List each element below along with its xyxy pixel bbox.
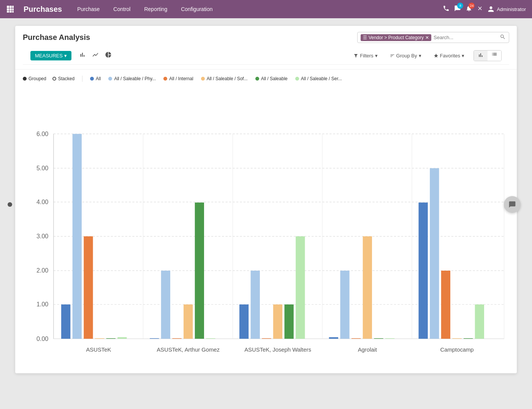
user-menu[interactable]: Administrator: [488, 6, 526, 13]
legend-all: All: [90, 76, 101, 81]
svg-text:4.00: 4.00: [36, 198, 48, 205]
legend-divider: [82, 76, 82, 82]
bar-chart: 0.00 1.00 2.00 3.00 4.00 5.00 6.00: [23, 88, 509, 365]
bar[interactable]: [273, 304, 282, 339]
search-filter-close[interactable]: ✕: [425, 35, 429, 40]
bar[interactable]: [161, 271, 170, 339]
measures-button[interactable]: MEASURES ▾: [30, 51, 71, 60]
side-dot: [8, 202, 12, 207]
bar[interactable]: [385, 338, 394, 339]
svg-text:Camptocamp: Camptocamp: [440, 347, 474, 353]
alert-icon[interactable]: 24: [466, 5, 472, 13]
phone-icon[interactable]: [443, 5, 450, 14]
legend-grouped[interactable]: Grouped: [23, 76, 46, 81]
chart-type-icons: [78, 50, 113, 61]
filters-button[interactable]: Filters ▾: [350, 51, 380, 60]
bar[interactable]: [475, 304, 484, 339]
close-icon[interactable]: [477, 5, 483, 13]
svg-text:6.00: 6.00: [36, 130, 48, 137]
bar[interactable]: [172, 338, 181, 339]
line-chart-icon[interactable]: [90, 50, 100, 61]
bar[interactable]: [419, 203, 428, 339]
search-submit-icon[interactable]: [500, 34, 506, 41]
floating-action-button[interactable]: [504, 196, 521, 213]
navbar-menu: Purchase Control Reporting Configuration: [74, 5, 434, 14]
legend-saleable: All / Saleable: [255, 76, 288, 81]
svg-rect-2: [12, 6, 14, 8]
bar[interactable]: [452, 338, 461, 339]
pie-chart-icon[interactable]: [103, 50, 113, 61]
stacked-label: Stacked: [58, 76, 74, 81]
nav-control[interactable]: Control: [110, 5, 133, 14]
legend-internal-label: All / Internal: [169, 76, 193, 81]
chat-icon[interactable]: 8: [454, 5, 461, 13]
nav-purchase[interactable]: Purchase: [74, 5, 103, 14]
stacked-ring: [52, 77, 56, 81]
legend-internal-dot: [163, 77, 167, 81]
main-container: Purchase Analysis ☰ Vendor > Product Cat…: [0, 18, 532, 381]
legend-ser-dot: [295, 77, 299, 81]
bar[interactable]: [251, 271, 260, 339]
nav-configuration[interactable]: Configuration: [178, 5, 215, 14]
bar[interactable]: [352, 338, 361, 339]
svg-text:0.00: 0.00: [36, 335, 48, 342]
search-filter-tag: ☰ Vendor > Product Category ✕: [361, 34, 431, 41]
bar[interactable]: [117, 337, 127, 339]
legend-phy: All / Saleable / Phy...: [108, 76, 156, 81]
apps-menu-icon[interactable]: [6, 5, 14, 13]
app-title: Purchases: [24, 5, 62, 14]
bar[interactable]: [150, 338, 159, 339]
svg-rect-1: [10, 6, 12, 8]
bar[interactable]: [329, 337, 338, 339]
svg-rect-5: [12, 8, 14, 11]
bar[interactable]: [441, 271, 450, 339]
bar[interactable]: [340, 271, 349, 339]
bar-chart-icon[interactable]: [78, 50, 87, 61]
measures-label: MEASURES: [35, 53, 63, 59]
svg-text:ASUSTeK, Arthur Gomez: ASUSTeK, Arthur Gomez: [157, 347, 219, 353]
svg-text:2.00: 2.00: [36, 267, 48, 274]
legend-all-dot: [90, 77, 94, 81]
group-by-label: Group By: [396, 53, 417, 59]
bar[interactable]: [296, 236, 305, 339]
bar[interactable]: [184, 304, 193, 339]
navbar-right: 8 24 Administrator: [443, 5, 526, 14]
svg-rect-6: [7, 11, 9, 13]
chart-view-button[interactable]: [474, 51, 488, 61]
legend-saleable-dot: [255, 77, 259, 81]
search-input[interactable]: [434, 35, 500, 40]
legend-ser-label: All / Saleable / Ser...: [301, 76, 342, 81]
bar[interactable]: [61, 304, 70, 339]
bar[interactable]: [73, 134, 82, 339]
bar[interactable]: [106, 338, 116, 339]
list-view-button[interactable]: [488, 51, 501, 61]
grouped-dot: [23, 77, 27, 81]
group-by-button[interactable]: Group By ▾: [387, 51, 424, 60]
bar[interactable]: [374, 338, 383, 339]
favorites-label: Favorites: [440, 53, 460, 59]
svg-text:ASUSTeK: ASUSTeK: [86, 347, 111, 353]
bar[interactable]: [84, 236, 93, 339]
bar[interactable]: [239, 304, 249, 339]
bar[interactable]: [95, 338, 104, 339]
bar[interactable]: [262, 338, 271, 339]
bar[interactable]: [285, 304, 294, 339]
bar[interactable]: [430, 168, 439, 339]
search-bar: ☰ Vendor > Product Category ✕: [357, 32, 509, 43]
search-filter-label: Vendor > Product Category: [369, 35, 424, 40]
legend-all-label: All: [96, 76, 101, 81]
legend-sof-label: All / Saleable / Sof...: [207, 76, 248, 81]
bar[interactable]: [206, 338, 215, 339]
bar[interactable]: [363, 236, 372, 339]
legend-internal: All / Internal: [163, 76, 193, 81]
nav-reporting[interactable]: Reporting: [141, 5, 170, 14]
chart-section: Grouped Stacked All All / Saleable / Phy…: [15, 70, 517, 373]
favorites-button[interactable]: Favorites ▾: [431, 51, 467, 60]
search-filter-icon: ☰: [363, 35, 367, 40]
svg-text:3.00: 3.00: [36, 233, 48, 239]
navbar: Purchases Purchase Control Reporting Con…: [0, 0, 532, 18]
bar[interactable]: [464, 338, 473, 339]
alert-badge: 24: [469, 3, 475, 9]
bar[interactable]: [195, 203, 204, 339]
legend-stacked[interactable]: Stacked: [52, 76, 74, 81]
